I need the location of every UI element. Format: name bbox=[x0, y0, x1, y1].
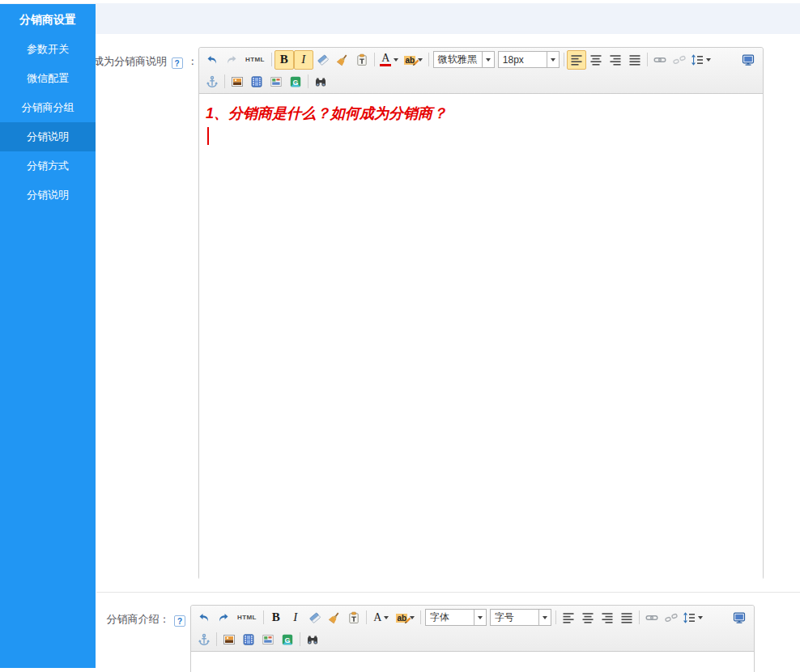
line-height-icon bbox=[691, 53, 704, 66]
font-color-button[interactable]: A bbox=[369, 608, 394, 627]
align-justify-icon bbox=[620, 611, 633, 624]
editor2-label-text: 分销商介绍： bbox=[106, 613, 169, 625]
unlink-icon bbox=[673, 53, 686, 66]
editor2-toolbar: HTML B I A ab bbox=[191, 606, 754, 652]
chevron-down-icon bbox=[547, 52, 559, 67]
insert-link-button[interactable] bbox=[642, 608, 662, 627]
highlight-color-button[interactable]: ab bbox=[394, 608, 418, 627]
map-icon: G bbox=[281, 633, 294, 646]
redo-button[interactable] bbox=[222, 50, 241, 70]
editor1-content-area[interactable]: 1、分销商是什么？如何成为分销商？ bbox=[199, 94, 763, 581]
toolbar-separator bbox=[224, 74, 225, 88]
anchor-button[interactable] bbox=[194, 630, 214, 649]
redo-icon bbox=[225, 53, 238, 66]
font-size-select[interactable]: 字号 bbox=[490, 609, 551, 626]
insert-image-button[interactable] bbox=[219, 630, 239, 649]
sidebar-item-distributor-group[interactable]: 分销商分组 bbox=[0, 93, 96, 122]
redo-icon bbox=[217, 611, 230, 624]
sidebar-title[interactable]: 分销商设置 bbox=[0, 4, 96, 35]
italic-button[interactable]: I bbox=[294, 50, 313, 70]
insert-map-button[interactable]: G bbox=[286, 72, 305, 91]
html-source-button[interactable]: HTML bbox=[241, 50, 269, 70]
toolbar-separator bbox=[216, 632, 217, 646]
binoculars-icon bbox=[306, 633, 319, 646]
align-center-button[interactable] bbox=[586, 50, 606, 70]
align-left-button[interactable] bbox=[559, 608, 578, 627]
font-family-select[interactable]: 微软雅黑 bbox=[433, 51, 495, 68]
film-strip-icon bbox=[242, 633, 255, 646]
toolbar-separator bbox=[308, 74, 309, 88]
image-gallery-button[interactable] bbox=[266, 72, 286, 91]
unlink-button[interactable] bbox=[670, 50, 689, 70]
help-icon[interactable]: ? bbox=[174, 615, 185, 627]
svg-text:G: G bbox=[284, 636, 290, 644]
align-justify-button[interactable] bbox=[625, 50, 645, 70]
unlink-button[interactable] bbox=[662, 608, 681, 627]
italic-button[interactable]: I bbox=[286, 608, 305, 627]
fullscreen-button[interactable] bbox=[738, 50, 758, 70]
undo-button[interactable] bbox=[202, 50, 222, 70]
eraser-icon bbox=[317, 53, 330, 66]
align-center-icon bbox=[581, 611, 594, 624]
redo-button[interactable] bbox=[214, 608, 233, 627]
insert-image-button[interactable] bbox=[228, 72, 247, 91]
align-left-button[interactable] bbox=[567, 50, 586, 70]
chevron-down-icon bbox=[474, 610, 486, 625]
image-gallery-button[interactable] bbox=[258, 630, 278, 649]
anchor-button[interactable] bbox=[202, 72, 222, 91]
insert-media-button[interactable] bbox=[239, 630, 258, 649]
font-color-icon: A bbox=[380, 53, 391, 66]
highlight-icon: ab bbox=[396, 611, 407, 623]
find-replace-button[interactable] bbox=[303, 630, 322, 649]
sidebar-item-distribution-note-2[interactable]: 分销说明 bbox=[0, 181, 96, 210]
toolbar-separator bbox=[366, 610, 367, 624]
highlight-color-button[interactable]: ab bbox=[402, 50, 426, 70]
font-color-button[interactable]: A bbox=[377, 50, 402, 70]
line-height-button[interactable] bbox=[681, 608, 705, 627]
align-justify-button[interactable] bbox=[617, 608, 636, 627]
editor1-label: 成为分销商说明 ? ： bbox=[93, 54, 197, 69]
editor2-content-area[interactable] bbox=[191, 652, 754, 672]
html-source-button[interactable]: HTML bbox=[233, 608, 261, 627]
fullscreen-button[interactable] bbox=[730, 608, 749, 627]
insert-media-button[interactable] bbox=[247, 72, 266, 91]
eraser-button[interactable] bbox=[313, 50, 333, 70]
insert-link-button[interactable] bbox=[650, 50, 670, 70]
highlight-icon: ab bbox=[404, 53, 415, 66]
align-center-button[interactable] bbox=[578, 608, 598, 627]
svg-text:G: G bbox=[292, 78, 298, 86]
editor1-label-text: 成为分销商说明 bbox=[93, 55, 167, 67]
align-right-button[interactable] bbox=[598, 608, 617, 627]
line-height-button[interactable] bbox=[689, 50, 713, 70]
film-strip-icon bbox=[250, 75, 263, 88]
text-cursor bbox=[207, 127, 209, 145]
undo-button[interactable] bbox=[194, 608, 214, 627]
editor1-toolbar-row-1: HTML B I A ab bbox=[202, 49, 760, 70]
help-icon[interactable]: ? bbox=[172, 57, 183, 69]
bold-button[interactable]: B bbox=[266, 608, 286, 627]
paste-plain-text-button[interactable] bbox=[344, 608, 364, 627]
format-brush-button[interactable] bbox=[333, 50, 352, 70]
sidebar-item-distribution-note-active[interactable]: 分销说明 bbox=[0, 122, 96, 151]
font-family-select[interactable]: 字体 bbox=[425, 609, 487, 626]
clipboard-text-icon bbox=[347, 611, 360, 624]
align-right-icon bbox=[601, 611, 614, 624]
eraser-button[interactable] bbox=[305, 608, 325, 627]
paste-plain-text-button[interactable] bbox=[352, 50, 372, 70]
bold-button[interactable]: B bbox=[274, 50, 294, 70]
editor1-toolbar-row-2: G bbox=[202, 70, 760, 92]
line-height-icon bbox=[683, 611, 696, 624]
find-replace-button[interactable] bbox=[311, 72, 330, 91]
fullscreen-monitor-icon bbox=[742, 53, 755, 66]
sidebar-item-param-switch[interactable]: 参数开关 bbox=[0, 35, 96, 64]
align-right-button[interactable] bbox=[606, 50, 625, 70]
sidebar-item-distribution-method[interactable]: 分销方式 bbox=[0, 151, 96, 181]
format-brush-button[interactable] bbox=[325, 608, 344, 627]
top-header-band bbox=[0, 3, 800, 34]
link-icon bbox=[653, 53, 666, 66]
sidebar-item-wechat-config[interactable]: 微信配置 bbox=[0, 64, 96, 93]
insert-map-button[interactable]: G bbox=[278, 630, 297, 649]
font-size-select[interactable]: 18px bbox=[498, 51, 560, 68]
align-left-icon bbox=[570, 53, 583, 66]
font-color-icon: A bbox=[373, 612, 381, 623]
